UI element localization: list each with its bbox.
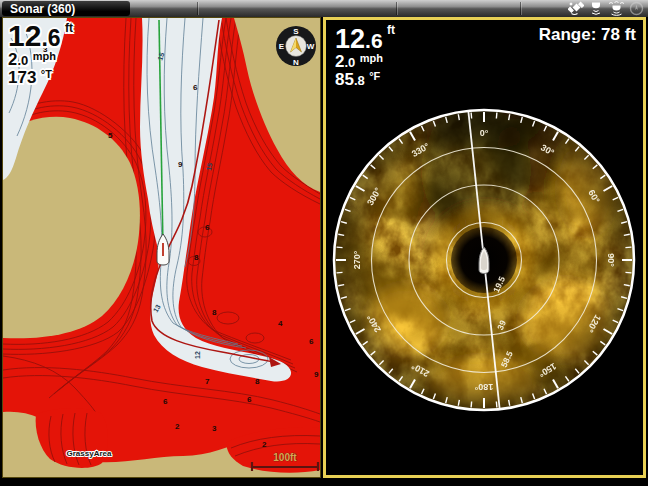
bearing-label: 90° [606,253,616,267]
chart-map[interactable]: 35966884697866232 15151312 S W N E [3,18,320,477]
depth-number: 6 [163,397,168,406]
title-bar: Sonar (360) [0,0,648,18]
contour-depth-label: 15 [205,162,213,171]
bearing-tick [337,247,343,248]
depth-number: 9 [178,160,183,169]
bearing-tick [496,113,497,119]
status-icon-tray [568,0,644,17]
bearing-tick [471,401,472,407]
temperature-readout: 85.8 °F [335,71,395,89]
titlebar-separator [197,2,198,15]
depth-number: 6 [193,83,198,92]
page-title: Sonar (360) [10,2,75,16]
speed-readout: 2.0 mph [8,51,73,69]
titlebar-separator [520,2,521,15]
depth-number: 8 [255,377,260,386]
depth-number: 2 [262,440,267,449]
compass-letter-top: S [293,27,299,36]
depth-number: 7 [205,377,210,386]
titlebar-separator [396,2,397,15]
bearing-tick [496,401,497,407]
chart-view-pane[interactable]: 35966884697866232 15151312 S W N E [2,17,321,478]
compass-letter-right: W [307,42,315,51]
sonar-360-icon [608,1,625,16]
bearing-label: 180° [474,382,493,392]
bearing-tick [337,272,343,273]
compass-letter-left: E [279,42,285,51]
depth-number: 2 [175,422,180,431]
bearing-tick [625,247,631,248]
range-readout: Range: 78 ft [539,25,636,45]
sonar-360-pane[interactable]: 19.53958.5 0°30°60°90°120°150°180°210°24… [323,17,646,478]
view-title-tab: Sonar (360) [2,1,130,16]
heading-readout: 173 °T [8,69,73,87]
bearing-tick [625,272,631,273]
depth-number: 6 [309,337,314,346]
depth-number: 6 [247,395,252,404]
bearing-label: 270° [352,250,362,269]
sonar-readouts: 12.6 ft 2.0 mph 85.8 °F [335,24,395,88]
depth-readout: 12.6 ft [335,24,395,53]
map-scale-label: 100ft [273,452,297,463]
gps-satellite-icon [568,1,584,16]
sonar-down-icon [588,1,604,16]
chart-readouts: 12.6 ft 2.0 mph 173 °T [8,20,73,87]
depth-number: 8 [212,308,217,317]
depth-number: 6 [205,223,210,232]
bearing-tick [471,113,472,119]
depth-number: 3 [212,424,217,433]
compass-dim-icon [629,1,644,16]
depth-number: 4 [278,319,283,328]
contour-depth-label: 12 [194,351,201,359]
map-area-label: GrassyArea [67,449,112,458]
compass-letter-bottom: N [293,58,299,67]
depth-number: 5 [108,131,113,140]
speed-readout: 2.0 mph [335,53,395,71]
screen: Sonar (360) [0,0,648,486]
depth-number: 8 [194,253,199,262]
depth-number: 9 [314,370,319,379]
bearing-label: 0° [480,128,489,138]
depth-readout: 12.6 ft [8,20,73,51]
